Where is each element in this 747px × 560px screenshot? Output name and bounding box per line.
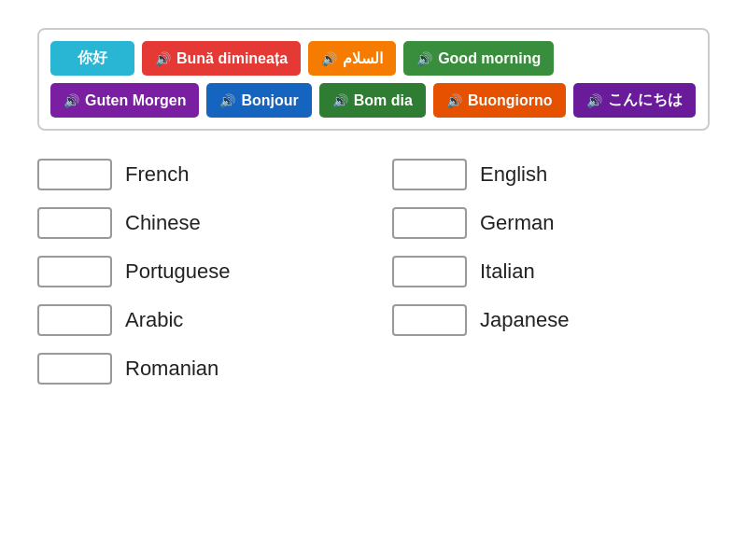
- word-bank: 你好🔊Bună dimineața🔊السلام🔊Good morning🔊Gu…: [37, 28, 710, 131]
- tile-label-japanese: こんにちは: [608, 91, 683, 110]
- match-label-english-row: English: [480, 162, 547, 187]
- match-row-arabic-row: Arabic: [37, 304, 355, 336]
- drop-box-japanese-row[interactable]: [392, 304, 467, 336]
- drop-box-chinese-row[interactable]: [37, 207, 112, 239]
- drop-box-arabic-row[interactable]: [37, 304, 112, 336]
- match-label-portuguese-row: Portuguese: [125, 259, 231, 284]
- drop-box-portuguese-row[interactable]: [37, 256, 112, 287]
- tile-portuguese[interactable]: 🔊Bom dia: [319, 83, 426, 118]
- match-row-japanese-row: Japanese: [392, 304, 710, 336]
- tile-label-portuguese: Bom dia: [354, 92, 413, 109]
- tile-label-chinese: 你好: [78, 49, 107, 68]
- speaker-icon: 🔊: [416, 51, 432, 66]
- match-label-japanese-row: Japanese: [480, 308, 569, 332]
- tile-label-romanian: Bună dimineața: [176, 50, 288, 67]
- speaker-icon: 🔊: [63, 93, 79, 108]
- tile-italian[interactable]: 🔊Buongiorno: [433, 83, 566, 118]
- right-column: EnglishGermanItalianJapanese: [392, 159, 710, 385]
- tile-label-german: Guten Morgen: [85, 92, 186, 109]
- drop-box-french-row[interactable]: [37, 159, 112, 190]
- drop-box-romanian-row[interactable]: [37, 353, 112, 385]
- speaker-icon: 🔊: [321, 51, 337, 66]
- speaker-icon: 🔊: [219, 93, 235, 108]
- tile-english[interactable]: 🔊Good morning: [403, 41, 554, 76]
- match-label-italian-row: Italian: [480, 259, 535, 284]
- tile-label-arabic: السلام: [343, 49, 383, 67]
- speaker-icon: 🔊: [586, 93, 602, 108]
- drop-box-english-row[interactable]: [392, 159, 467, 190]
- left-column: FrenchChinesePortugueseArabicRomanian: [37, 159, 355, 385]
- tile-label-french: Bonjour: [241, 92, 298, 109]
- drop-box-german-row[interactable]: [392, 207, 467, 239]
- tile-label-english: Good morning: [438, 50, 541, 67]
- tile-chinese[interactable]: 你好: [50, 41, 134, 76]
- tile-japanese[interactable]: 🔊こんにちは: [573, 83, 696, 118]
- match-row-french-row: French: [37, 159, 355, 190]
- tile-arabic[interactable]: 🔊السلام: [308, 41, 396, 76]
- match-row-italian-row: Italian: [392, 256, 710, 287]
- match-row-chinese-row: Chinese: [37, 207, 355, 239]
- match-label-chinese-row: Chinese: [125, 211, 201, 235]
- speaker-icon: 🔊: [332, 93, 348, 108]
- match-label-german-row: German: [480, 211, 554, 235]
- tile-german[interactable]: 🔊Guten Morgen: [50, 83, 199, 118]
- match-label-arabic-row: Arabic: [125, 308, 183, 332]
- tile-label-italian: Buongiorno: [468, 92, 553, 109]
- match-label-french-row: French: [125, 162, 189, 187]
- match-area: FrenchChinesePortugueseArabicRomanian En…: [37, 159, 710, 385]
- tile-romanian[interactable]: 🔊Bună dimineața: [142, 41, 301, 76]
- match-label-romanian-row: Romanian: [125, 357, 218, 381]
- drop-box-italian-row[interactable]: [392, 256, 467, 287]
- tile-french[interactable]: 🔊Bonjour: [206, 83, 311, 118]
- speaker-icon: 🔊: [155, 51, 171, 66]
- match-row-romanian-row: Romanian: [37, 353, 355, 385]
- speaker-icon: 🔊: [446, 93, 462, 108]
- match-row-english-row: English: [392, 159, 710, 190]
- match-row-portuguese-row: Portuguese: [37, 256, 355, 287]
- match-row-german-row: German: [392, 207, 710, 239]
